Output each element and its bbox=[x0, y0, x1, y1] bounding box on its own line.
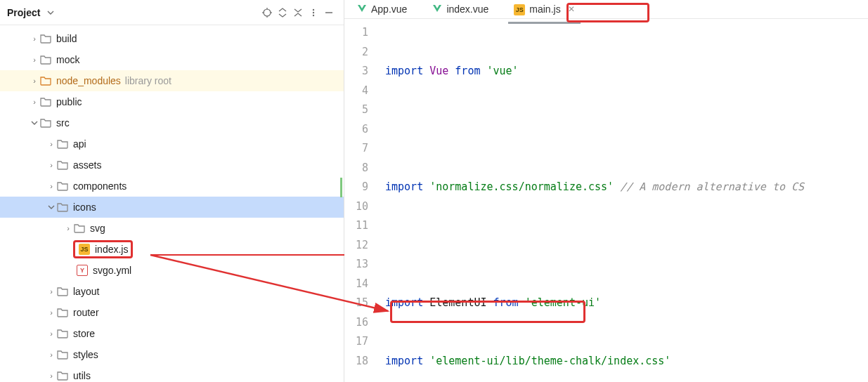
folder-icon bbox=[56, 306, 69, 319]
folder-icon bbox=[39, 117, 52, 129]
svg-point-6 bbox=[313, 11, 314, 13]
code-body[interactable]: import Vue from 'vue' import 'normalize.… bbox=[378, 19, 868, 382]
chevron-down-icon bbox=[30, 119, 39, 126]
folder-icon bbox=[56, 201, 69, 213]
tree-label: svgo.yml bbox=[93, 265, 131, 276]
tree-item-node-modules[interactable]: › node_modules library root bbox=[0, 70, 344, 91]
chevron-right-icon: › bbox=[30, 98, 39, 106]
tree-item-utils[interactable]: › utils bbox=[0, 365, 344, 382]
svg-point-7 bbox=[313, 14, 314, 15]
tree-label: mock bbox=[56, 54, 79, 65]
folder-icon bbox=[39, 74, 52, 87]
tree-label: icons bbox=[73, 202, 96, 213]
minimize-icon[interactable] bbox=[321, 5, 337, 20]
tree-item-svgo-yml[interactable]: Y svgo.yml bbox=[0, 260, 344, 281]
project-title[interactable]: Project bbox=[7, 7, 40, 18]
chevron-right-icon: › bbox=[46, 350, 56, 359]
tree-item-api[interactable]: › api bbox=[0, 133, 344, 154]
project-tree: › build › mock › node_modules library ro… bbox=[0, 25, 344, 382]
tree-label: src bbox=[56, 117, 70, 129]
more-icon[interactable] bbox=[306, 5, 321, 20]
tree-label: svg bbox=[90, 223, 105, 234]
tree-item-components[interactable]: › components bbox=[0, 176, 344, 197]
highlight-box: JS index.js bbox=[73, 240, 133, 258]
tree-label: build bbox=[56, 33, 77, 44]
tree-label: public bbox=[56, 96, 82, 107]
tab-app-vue[interactable]: App.vue bbox=[351, 1, 413, 18]
folder-icon bbox=[56, 180, 69, 192]
svg-point-0 bbox=[264, 9, 271, 16]
tree-label: store bbox=[73, 328, 95, 339]
tab-label: App.vue bbox=[371, 4, 407, 15]
vue-icon bbox=[357, 4, 367, 15]
line-gutter: 123456789101112131415161718 bbox=[344, 19, 378, 382]
chevron-right-icon: › bbox=[30, 55, 39, 64]
chevron-right-icon: › bbox=[46, 182, 56, 190]
tree-item-icons[interactable]: icons bbox=[0, 197, 344, 218]
folder-icon bbox=[56, 138, 69, 150]
editor-pane: App.vue index.vue JS main.js ✕ 123456789… bbox=[344, 0, 868, 382]
close-icon[interactable]: ✕ bbox=[568, 4, 575, 14]
chevron-right-icon: › bbox=[46, 161, 56, 169]
chevron-right-icon: › bbox=[46, 308, 56, 317]
chevron-right-icon: › bbox=[46, 140, 56, 148]
folder-icon bbox=[39, 53, 52, 66]
js-file-icon: JS bbox=[514, 3, 525, 15]
library-hint: library root bbox=[125, 75, 171, 86]
tab-label: index.vue bbox=[446, 4, 488, 15]
tab-label: main.js bbox=[529, 4, 560, 15]
tree-item-assets[interactable]: › assets bbox=[0, 154, 344, 176]
tree-item-styles[interactable]: › styles bbox=[0, 344, 344, 365]
folder-icon bbox=[56, 327, 69, 340]
tree-item-public[interactable]: › public bbox=[0, 91, 344, 112]
tree-label: layout bbox=[73, 286, 99, 297]
folder-icon bbox=[56, 285, 69, 298]
tree-label: router bbox=[73, 307, 99, 318]
js-file-icon: JS bbox=[78, 243, 91, 256]
folder-icon bbox=[39, 32, 52, 45]
sidebar-header: Project bbox=[0, 0, 344, 25]
tree-label: node_modules bbox=[56, 75, 121, 86]
svg-point-5 bbox=[313, 8, 314, 10]
folder-icon bbox=[56, 348, 69, 361]
folder-icon bbox=[56, 369, 69, 382]
chevron-right-icon: › bbox=[30, 34, 39, 43]
folder-icon bbox=[39, 96, 52, 108]
tree-label: components bbox=[73, 180, 127, 192]
chevron-down-icon bbox=[46, 204, 56, 211]
tab-index-vue[interactable]: index.vue bbox=[427, 1, 494, 18]
tree-item-src[interactable]: src bbox=[0, 112, 344, 133]
folder-icon bbox=[56, 159, 69, 171]
tab-main-js[interactable]: JS main.js ✕ bbox=[508, 0, 580, 18]
chevron-right-icon: › bbox=[46, 371, 56, 380]
tree-label: assets bbox=[73, 159, 101, 171]
vue-icon bbox=[432, 4, 442, 15]
tree-item-store[interactable]: › store bbox=[0, 323, 344, 344]
chevron-right-icon: › bbox=[46, 287, 56, 296]
chevron-right-icon: › bbox=[30, 77, 39, 85]
chevron-right-icon: › bbox=[63, 224, 73, 232]
chevron-right-icon: › bbox=[46, 329, 56, 338]
project-sidebar: Project › build › mock › node_ bbox=[0, 0, 344, 382]
tree-item-svg[interactable]: › svg bbox=[0, 218, 344, 239]
code-area[interactable]: 123456789101112131415161718 import Vue f… bbox=[344, 19, 868, 382]
folder-icon bbox=[73, 222, 86, 235]
tree-label: index.js bbox=[95, 244, 128, 255]
tree-label: utils bbox=[73, 370, 91, 381]
tree-item-router[interactable]: › router bbox=[0, 302, 344, 323]
editor-tabs: App.vue index.vue JS main.js ✕ bbox=[344, 0, 868, 19]
target-icon[interactable] bbox=[259, 5, 275, 20]
expand-icon[interactable] bbox=[275, 5, 290, 20]
collapse-icon[interactable] bbox=[290, 5, 306, 20]
tree-label: styles bbox=[73, 349, 98, 360]
yml-file-icon: Y bbox=[76, 264, 89, 277]
tree-label: api bbox=[73, 138, 86, 150]
tree-item-build[interactable]: › build bbox=[0, 28, 344, 49]
tree-item-mock[interactable]: › mock bbox=[0, 49, 344, 70]
chevron-down-icon[interactable] bbox=[43, 5, 58, 20]
tree-item-index-js[interactable]: JS index.js bbox=[0, 239, 344, 260]
tree-item-layout[interactable]: › layout bbox=[0, 281, 344, 302]
